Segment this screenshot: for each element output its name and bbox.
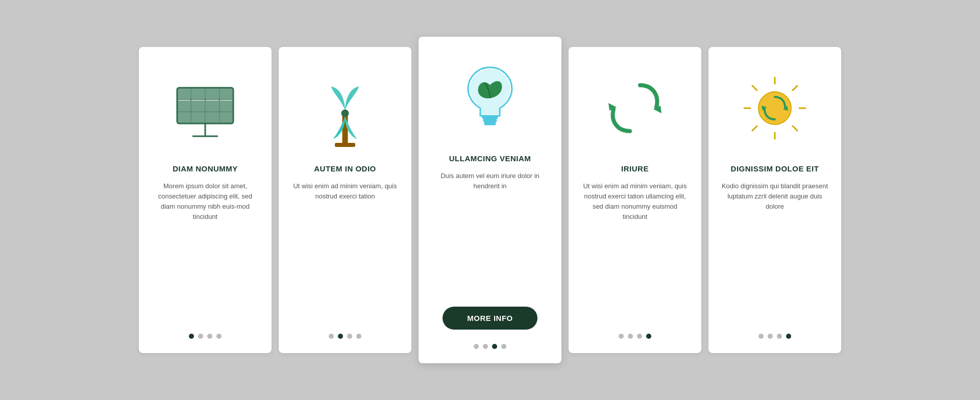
recycle-icon [599, 72, 671, 144]
icon-area-2 [312, 62, 378, 154]
svg-rect-23 [482, 116, 498, 119]
eco-bulb-icon [457, 57, 523, 139]
dot [777, 334, 782, 339]
svg-rect-8 [206, 88, 219, 99]
card-4-title: IRIURE [621, 164, 649, 173]
card-1-dots [189, 334, 222, 341]
dot [216, 334, 222, 339]
card-recycle: IRIURE Ut wisi enim ad minim veniam, qui… [569, 47, 701, 353]
svg-rect-11 [191, 101, 205, 111]
wind-turbine-icon [312, 67, 378, 149]
dot [758, 334, 764, 339]
more-info-button[interactable]: MORE INFO [443, 307, 537, 330]
svg-rect-6 [178, 88, 190, 99]
card-3-dots [474, 344, 506, 351]
card-5-text: Kodio dignissim qui blandit praesent lup… [721, 181, 829, 324]
dot [329, 334, 334, 339]
solar-panel-icon [169, 72, 241, 144]
dot [786, 334, 791, 339]
svg-rect-24 [483, 119, 497, 122]
svg-rect-25 [484, 122, 496, 125]
svg-point-22 [341, 110, 349, 117]
dot [637, 334, 642, 339]
card-4-text: Ut wisi enim ad minim veniam, quis nostr… [581, 181, 689, 324]
card-5-dots [758, 334, 791, 341]
solar-sun-icon [739, 72, 811, 144]
dot [501, 344, 506, 349]
svg-rect-15 [191, 112, 205, 123]
dot [646, 334, 651, 339]
card-2-title: AUTEM IN ODIO [314, 164, 376, 173]
svg-rect-16 [206, 112, 219, 123]
svg-rect-14 [178, 112, 190, 123]
dot [338, 334, 343, 339]
svg-rect-21 [335, 143, 355, 147]
icon-area-1 [169, 62, 241, 154]
dot [189, 334, 194, 339]
svg-line-34 [793, 86, 797, 90]
card-1-title: DIAM NONUMMY [173, 164, 238, 173]
dot [356, 334, 361, 339]
cards-container: DIAM NONUMMY Morem ipsum dolor sit amet,… [82, 37, 898, 363]
dot [768, 334, 773, 339]
dot [198, 334, 203, 339]
card-5-title: DIGNISSIM DOLOE EIT [731, 164, 819, 173]
icon-area-4 [599, 62, 671, 154]
dot [474, 344, 479, 349]
card-wind-turbine: AUTEM IN ODIO Ut wisi enim ad minim veni… [279, 47, 411, 353]
icon-area-3 [457, 52, 523, 144]
card-solar-sun: DIGNISSIM DOLOE EIT Kodio dignissim qui … [708, 47, 841, 353]
svg-rect-9 [220, 88, 233, 99]
svg-line-35 [752, 126, 757, 131]
card-1-text: Morem ipsum dolor sit amet, consectetuer… [151, 181, 259, 324]
svg-rect-7 [191, 88, 205, 99]
card-3-text: Duis autem vel eum iriure dolor in hendr… [431, 171, 549, 296]
dot [347, 334, 352, 339]
svg-line-33 [793, 126, 797, 131]
svg-rect-12 [206, 101, 219, 111]
dot [628, 334, 633, 339]
card-solar-panel: DIAM NONUMMY Morem ipsum dolor sit amet,… [139, 47, 272, 353]
svg-rect-10 [178, 101, 190, 111]
dot [619, 334, 624, 339]
dot [207, 334, 212, 339]
svg-rect-13 [220, 101, 233, 111]
dot [492, 344, 497, 349]
svg-line-32 [752, 86, 757, 90]
card-2-text: Ut wisi enim ad minim veniam, quis nostr… [291, 181, 399, 324]
card-2-dots [329, 334, 361, 341]
card-eco-bulb: ULLAMCING VENIAM Duis autem vel eum iriu… [419, 37, 561, 363]
card-3-title: ULLAMCING VENIAM [449, 154, 531, 163]
dot [483, 344, 488, 349]
icon-area-5 [739, 62, 811, 154]
svg-rect-17 [220, 112, 233, 123]
card-4-dots [619, 334, 651, 341]
